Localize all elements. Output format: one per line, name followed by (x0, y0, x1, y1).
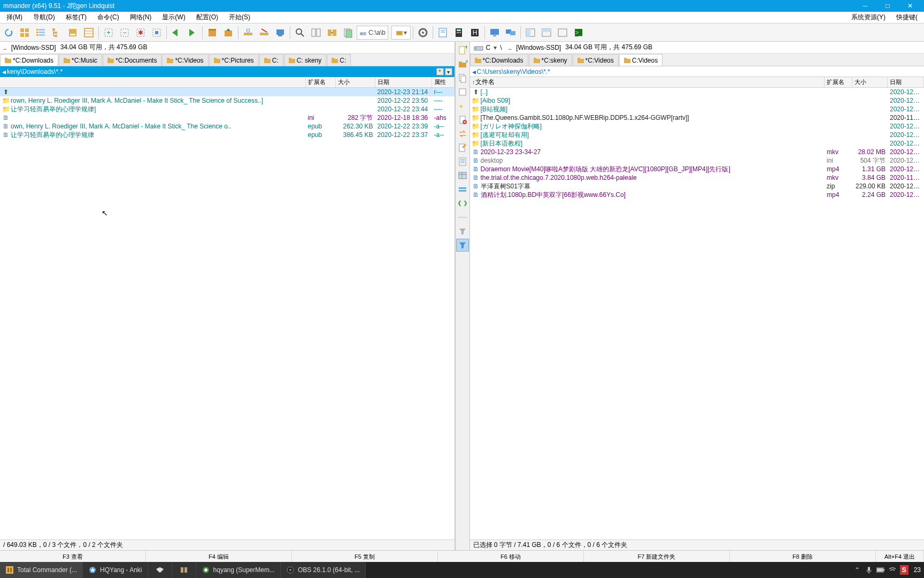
file-row[interactable]: 📁[Aibo S09]2020-12-22 (470, 96, 925, 105)
f6-move[interactable]: F6 移动 (438, 551, 584, 562)
tb-panel2-icon[interactable] (539, 25, 554, 40)
tb-monitor-icon[interactable] (487, 25, 502, 40)
task-supermemo[interactable]: hqyang (SuperMem... (196, 562, 281, 578)
tb-view-icons-icon[interactable] (65, 25, 80, 40)
menu-cmd[interactable]: 命令(C) (92, 12, 125, 23)
tab-item[interactable]: *C:Documents (103, 54, 161, 66)
task-obs[interactable]: OBS 26.1.0 (64-bit, ... (281, 562, 366, 578)
tb-monitors-icon[interactable] (503, 25, 518, 40)
mid-addplus-icon[interactable]: + (456, 100, 469, 112)
tb-select-add-icon[interactable]: + (101, 25, 116, 40)
tab-item[interactable]: C: (259, 54, 283, 66)
file-row[interactable]: 📁[逃避可耻却有用]2020-12-19 (470, 131, 925, 139)
mid-edit-icon[interactable] (456, 141, 469, 154)
mid-deletefile-icon[interactable] (456, 113, 469, 126)
tab-item[interactable]: *C:Videos (162, 54, 208, 66)
mid-listing-icon[interactable] (456, 155, 469, 168)
col-date[interactable]: 日期 (888, 77, 924, 87)
tb-back-icon[interactable] (169, 25, 184, 40)
mid-expand-icon[interactable] (456, 197, 469, 210)
tb-view-thumbs-icon[interactable] (17, 25, 32, 40)
tray-clock[interactable]: 23 (912, 566, 921, 574)
tb-select-save-icon[interactable] (149, 25, 164, 40)
path-fav-button[interactable]: * (436, 68, 444, 75)
left-file-list[interactable]: ⬆2020-12-23 21:14r---📁rown, Henry L. Roe… (0, 88, 455, 539)
tray-battery-icon[interactable] (876, 566, 885, 574)
drive-letter[interactable]: C (486, 44, 491, 51)
tb-select-remove-icon[interactable]: − (117, 25, 132, 40)
right-path-bar[interactable]: ◂ C:\Users\skeny\Videos\*.* (470, 66, 925, 77)
tb-admin-icon[interactable]: >_ (571, 25, 586, 40)
file-row[interactable]: 🗎半泽直树S01字幕zip229.00 KB2020-12-19 (470, 182, 925, 191)
col-size[interactable]: 大小 (852, 77, 888, 87)
file-row[interactable]: 📁让学习轻而易举的心理学规律]2020-12-22 23:44---- (0, 105, 455, 113)
col-name[interactable] (0, 77, 306, 87)
file-row[interactable]: 📁[ガリレオ神探伽利略]2020-12-21 (470, 122, 925, 131)
right-file-list[interactable]: ⬆[..]2020-12-23📁[Aibo S09]2020-12-22📁[B站… (470, 88, 925, 539)
mid-copy2-icon[interactable] (456, 86, 469, 98)
altf4-exit[interactable]: Alt+F4 退出 (876, 551, 924, 562)
menu-tabs[interactable]: 标签(T) (60, 12, 92, 23)
col-date[interactable]: 日期 (375, 77, 432, 87)
file-row[interactable]: ⬆2020-12-23 21:14r--- (0, 88, 455, 96)
file-row[interactable]: ⬆[..]2020-12-23 (470, 88, 925, 96)
tb-calc-icon[interactable] (451, 25, 466, 40)
tab-item[interactable]: *C:Videos (573, 54, 619, 66)
file-row[interactable]: 🗎让学习轻而易举的心理学规律epub386.45 KB2020-12-22 23… (0, 131, 455, 139)
tb-drive-dropdown[interactable]: C:\a\b (357, 26, 388, 40)
tb-config-icon[interactable] (415, 25, 430, 40)
menu-start[interactable]: 开始(S) (224, 12, 256, 23)
tb-unpack-icon[interactable] (221, 25, 236, 40)
f8-delete[interactable]: F8 删除 (730, 551, 876, 562)
file-row[interactable]: 🗎酒精计划.1080p.BD中英双字[66影视www.66Ys.Co]mp42.… (470, 191, 925, 199)
mid-filter-on-icon[interactable] (456, 239, 469, 252)
drive-up[interactable]: .. (3, 44, 7, 51)
task-book[interactable] (172, 562, 196, 578)
minimize-button[interactable]: ─ (854, 1, 876, 11)
maximize-button[interactable]: □ (877, 1, 898, 11)
tb-view-tree-icon[interactable] (49, 25, 64, 40)
tb-forward-icon[interactable] (185, 25, 200, 40)
file-row[interactable]: 🗎the.trial.of.the.chicago.7.2020.1080p.w… (470, 173, 925, 182)
close-button[interactable]: ✕ (899, 1, 921, 11)
task-anki[interactable]: ★HQYang - Anki (83, 562, 148, 578)
task-totalcmd[interactable]: Total Commander (... (0, 562, 83, 578)
tray-ime-icon[interactable]: S (900, 565, 908, 575)
task-bat[interactable] (148, 562, 172, 578)
tab-item[interactable]: C: skeny (284, 54, 327, 66)
tb-pack-icon[interactable] (205, 25, 220, 40)
mid-copy-icon[interactable] (456, 72, 469, 85)
menu-sysres[interactable]: 系统资源(Y) (846, 12, 891, 23)
tab-item[interactable]: C:Videos (619, 54, 663, 66)
menu-nav[interactable]: 导航(D) (28, 12, 60, 23)
tb-refresh-icon[interactable] (1, 25, 16, 40)
menu-net[interactable]: 网络(N) (125, 12, 157, 23)
drive-up2[interactable]: .. (509, 44, 512, 51)
tb-notepad-icon[interactable] (435, 25, 450, 40)
file-row[interactable]: 🗎own, Henry L. Roediger III, Mark A. McD… (0, 122, 455, 131)
mid-columns-icon[interactable] (456, 169, 469, 182)
file-row[interactable]: 🗎desktopini504 字节2020-12-18 (470, 156, 925, 165)
f7-mkdir[interactable]: F7 新建文件夹 (584, 551, 730, 562)
tb-multirename-icon[interactable] (309, 25, 324, 40)
mid-filter-off-icon[interactable] (456, 225, 469, 238)
col-name[interactable]: ↑文件名 (470, 77, 825, 87)
tb-search-icon[interactable] (292, 25, 307, 40)
tab-item[interactable]: *C:Music (59, 54, 102, 66)
tray-wifi-icon[interactable] (888, 566, 897, 574)
file-row[interactable]: 🗎Doraemon Movie[M40]哆啦A梦剧场版 大雄的新恐龙[AVC][… (470, 165, 925, 173)
left-path-bar[interactable]: ◂ keny\Downloads\*.* * ▾ (0, 66, 455, 77)
tab-item[interactable]: *C:Pictures (209, 54, 259, 66)
tab-item[interactable]: C: (327, 54, 351, 66)
f4-edit[interactable]: F4 编辑 (146, 551, 292, 562)
tray-chevron-icon[interactable]: ⌃ (853, 566, 861, 574)
tb-netdrive-icon[interactable] (241, 25, 256, 40)
col-size[interactable]: 大小 (336, 77, 375, 87)
menu-shortcuts[interactable]: 快捷键( (891, 12, 923, 23)
tb-panel3-icon[interactable] (555, 25, 570, 40)
tab-item[interactable]: *C:skeny (529, 54, 572, 66)
col-ext[interactable]: 扩展名 (825, 77, 852, 87)
tb-sync-icon[interactable] (325, 25, 340, 40)
file-row[interactable]: 📁[新日本语教程]2020-12-19 (470, 139, 925, 148)
mid-swap-icon[interactable] (456, 127, 469, 140)
